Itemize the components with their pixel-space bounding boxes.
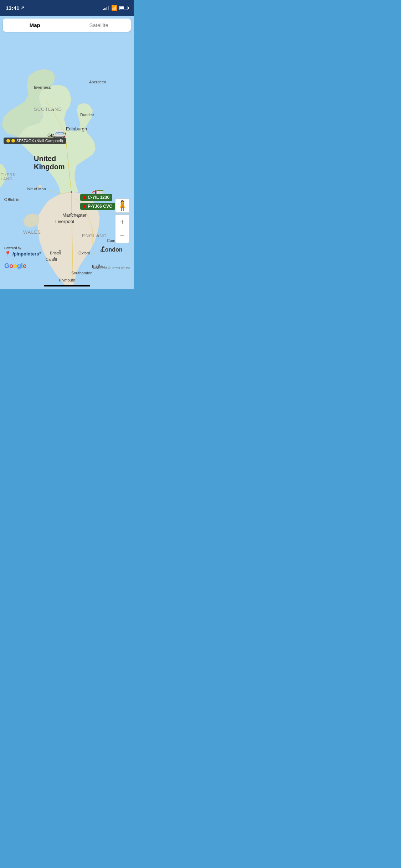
map-toggle[interactable]: Map Satellite [3, 19, 131, 32]
svg-point-25 [54, 257, 55, 259]
svg-point-26 [98, 264, 100, 266]
svg-point-23 [102, 246, 104, 248]
svg-point-24 [59, 250, 61, 252]
street-view-button[interactable]: 🧍 [115, 198, 129, 213]
svg-point-16 [53, 109, 54, 111]
status-bar: 13:41 ↗ 📶 [0, 0, 134, 16]
satellite-tab[interactable]: Satellite [67, 19, 131, 32]
signal-icon [103, 5, 109, 10]
map-tab[interactable]: Map [3, 19, 67, 32]
svg-point-18 [71, 191, 72, 193]
svg-point-17 [65, 133, 66, 134]
street-view-icon: 🧍 [116, 200, 129, 212]
status-time: 13:41 ↗ [6, 5, 24, 11]
svg-point-20 [8, 198, 10, 201]
map-container: Map Satellite Inverness Aberdeen SCOTLAN… [0, 16, 134, 289]
map-svg [0, 16, 134, 289]
status-icons: 📶 [103, 5, 128, 11]
svg-point-1 [38, 185, 42, 188]
svg-point-22 [78, 216, 79, 218]
battery-icon [119, 6, 128, 10]
svg-point-19 [71, 213, 72, 214]
svg-point-21 [97, 235, 99, 237]
wifi-icon: 📶 [111, 5, 117, 11]
home-indicator [44, 285, 90, 286]
navigation-icon: ↗ [21, 5, 24, 10]
